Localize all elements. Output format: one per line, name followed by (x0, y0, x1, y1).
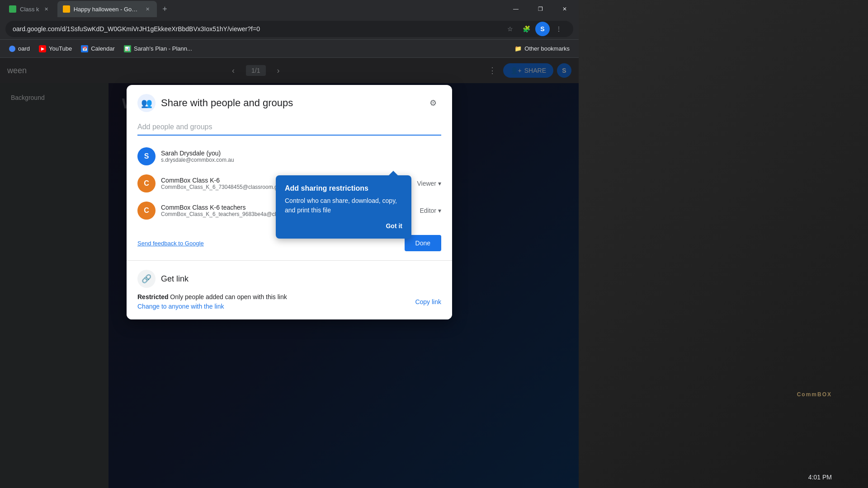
tab-2[interactable]: Happy halloween - Google Jamb... ✕ (57, 1, 157, 17)
tab1-title: Class k (20, 6, 39, 13)
tab-bar: Class k ✕ Happy halloween - Google Jamb.… (4, 1, 502, 17)
person-role-commbox-teachers[interactable]: Editor ▾ (420, 207, 441, 214)
tooltip-arrow (389, 171, 398, 175)
person-row-sarah: S Sarah Drysdale (you) s.drysdale@commbo… (137, 143, 441, 170)
person-email-sarah: s.drysdale@commbox.com.au (161, 157, 441, 163)
bookmark-calendar-label: Calendar (91, 45, 115, 52)
share-dialog-icon: 👥 (137, 94, 156, 112)
role-label: Viewer (417, 180, 436, 187)
get-link-header: 🔗 Get link (137, 270, 441, 288)
restricted-label: Restricted (137, 293, 168, 300)
more-icon[interactable]: ⋮ (552, 22, 566, 36)
tooltip-got-it-button[interactable]: Got it (386, 222, 402, 230)
restricted-text: Restricted Only people added can open wi… (137, 293, 287, 300)
tab2-favicon (63, 5, 70, 13)
copy-link-button[interactable]: Copy link (415, 298, 441, 305)
tab1-favicon (9, 5, 16, 13)
get-link-info: Restricted Only people added can open wi… (137, 293, 287, 310)
person-info-sarah: Sarah Drysdale (you) s.drysdale@commbox.… (161, 150, 441, 163)
background-panel (579, 0, 868, 488)
title-bar: Class k ✕ Happy halloween - Google Jamb.… (0, 0, 579, 18)
puzzle-icon[interactable]: 🧩 (519, 22, 533, 36)
add-people-input[interactable] (137, 119, 441, 136)
url-bar[interactable]: oard.google.com/d/1SsfuSwKdD_W0GKmiVrJH1… (5, 21, 573, 37)
commbox-logo: CommBOX (797, 391, 832, 398)
tooltip-body: Control who can share, download, copy, a… (285, 196, 402, 215)
bookmark-youtube-favicon: ▶ (39, 45, 46, 52)
bookmark-oard[interactable]: oard (5, 43, 33, 54)
tab2-title: Happy halloween - Google Jamb... (74, 6, 141, 13)
avatar-letter: S (144, 152, 149, 160)
profile-icon[interactable]: S (535, 22, 550, 36)
bookmark-calendar-favicon: 📅 (81, 45, 88, 52)
tab-1[interactable]: Class k ✕ (4, 1, 56, 17)
star-icon[interactable]: ☆ (503, 22, 517, 36)
other-bookmarks-label: Other bookmarks (524, 45, 570, 52)
person-avatar-commbox-k6: C (137, 174, 156, 192)
right-panel: CommBOX 4:01 PM (579, 0, 868, 488)
dialog-settings-button[interactable]: ⚙ (425, 95, 441, 111)
get-link-title: Get link (161, 274, 189, 284)
feedback-link[interactable]: Send feedback to Google (137, 240, 204, 247)
system-time: 4:01 PM (808, 474, 832, 481)
bookmark-oard-label: oard (18, 45, 30, 52)
get-link-section: 🔗 Get link Restricted Only people added … (127, 260, 452, 319)
link-icon: 🔗 (137, 270, 156, 288)
tab1-close-icon[interactable]: ✕ (43, 5, 50, 13)
bookmark-sarahsplan-label: Sarah's Plan - Plann... (134, 45, 192, 52)
avatar-letter: C (144, 179, 149, 188)
restore-button[interactable]: ❐ (530, 2, 551, 16)
dialog-title: Share with people and groups (161, 97, 293, 109)
person-name-sarah: Sarah Drysdale (you) (161, 150, 441, 157)
settings-icon: ⚙ (429, 98, 437, 108)
minimize-button[interactable]: — (505, 2, 526, 16)
bookmark-sarahsplan-favicon: 📊 (124, 45, 131, 52)
restricted-desc: Only people added can open with this lin… (170, 293, 287, 300)
avatar-letter: C (144, 206, 149, 215)
get-link-row: Restricted Only people added can open wi… (137, 293, 441, 310)
dialog-header: 👥 Share with people and groups ⚙ (127, 85, 452, 112)
bookmark-youtube[interactable]: ▶ YouTube (35, 43, 75, 54)
role-label: Editor (420, 207, 436, 214)
person-avatar-sarah: S (137, 147, 156, 165)
url-text: oard.google.com/d/1SsfuSwKdD_W0GKmiVrJH1… (13, 25, 499, 33)
tooltip-title: Add sharing restrictions (285, 184, 402, 192)
sharing-tooltip: Add sharing restrictions Control who can… (276, 175, 411, 239)
address-bar: oard.google.com/d/1SsfuSwKdD_W0GKmiVrJH1… (0, 18, 579, 40)
bookmark-oard-favicon (9, 46, 15, 52)
window-controls: — ❐ ✕ (505, 2, 575, 16)
role-dropdown-icon: ▾ (438, 207, 441, 214)
person-role-commbox-k6[interactable]: Viewer ▾ (417, 180, 441, 187)
bookmark-calendar[interactable]: 📅 Calendar (77, 43, 118, 54)
change-link[interactable]: Change to anyone with the link (137, 303, 224, 310)
other-bookmarks[interactable]: 📁 Other bookmarks (511, 43, 573, 54)
bookmark-youtube-label: YouTube (49, 45, 72, 52)
role-dropdown-icon: ▾ (438, 180, 441, 187)
bookmark-sarahsplan[interactable]: 📊 Sarah's Plan - Plann... (120, 43, 196, 54)
bookmarks-bar: oard ▶ YouTube 📅 Calendar 📊 Sarah's Plan… (0, 40, 579, 58)
address-icons: ☆ 🧩 S ⋮ (503, 22, 566, 36)
tab2-close-icon[interactable]: ✕ (144, 5, 151, 13)
new-tab-button[interactable]: + (159, 3, 171, 15)
close-button[interactable]: ✕ (554, 2, 575, 16)
get-link-body: Restricted Only people added can open wi… (137, 293, 441, 310)
folder-icon: 📁 (514, 45, 522, 52)
person-avatar-commbox-teachers: C (137, 202, 156, 220)
page-content: ween ‹ 1/1 › ⋮ 👤+ SHARE S we (0, 58, 579, 488)
